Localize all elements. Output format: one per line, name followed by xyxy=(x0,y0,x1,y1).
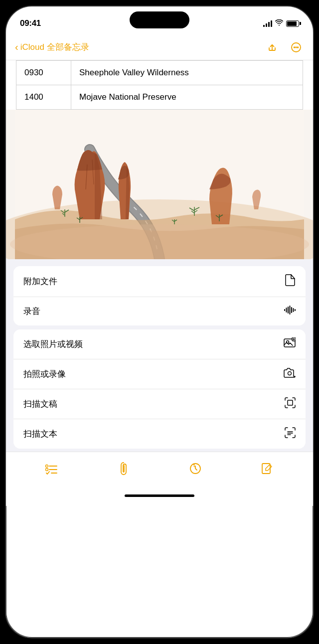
svg-point-43 xyxy=(46,468,48,471)
audio-record-label: 录音 xyxy=(23,306,40,317)
back-button[interactable]: ‹ iCloud 全部备忘录 xyxy=(15,41,89,53)
phone-frame: 09:41 ‹ i xyxy=(5,5,314,639)
svg-rect-32 xyxy=(293,308,294,312)
more-button[interactable] xyxy=(288,39,304,55)
home-indicator-area xyxy=(6,492,313,506)
attach-button[interactable] xyxy=(113,458,135,480)
svg-point-42 xyxy=(46,465,48,467)
file-icon xyxy=(285,274,296,289)
back-label: iCloud 全部备忘录 xyxy=(20,41,89,53)
signal-icon xyxy=(263,20,272,27)
scan-text-button[interactable]: 扫描文本 xyxy=(13,419,306,449)
audio-record-button[interactable]: 录音 xyxy=(13,297,306,325)
svg-rect-28 xyxy=(286,308,287,313)
take-photo-button[interactable]: 拍照或录像 xyxy=(13,359,306,389)
battery-icon xyxy=(286,20,299,27)
share-button[interactable] xyxy=(264,39,280,55)
time-cell: 0930 xyxy=(16,61,71,85)
svg-point-3 xyxy=(298,47,299,48)
status-bar: 09:41 xyxy=(6,6,313,34)
pick-photo-button[interactable]: 选取照片或视频 xyxy=(13,329,306,359)
dynamic-island xyxy=(130,11,189,28)
svg-rect-29 xyxy=(288,307,289,314)
menu-sheet: 附加文件 录音 xyxy=(6,259,313,452)
photo-icon xyxy=(284,337,296,351)
attach-file-button[interactable]: 附加文件 xyxy=(13,266,306,297)
bottom-toolbar xyxy=(6,452,313,492)
pen-button[interactable] xyxy=(184,458,206,480)
status-icons xyxy=(263,19,299,28)
menu-group-1: 附加文件 录音 xyxy=(13,266,306,325)
chevron-left-icon: ‹ xyxy=(15,41,18,53)
svg-rect-33 xyxy=(295,309,296,311)
attach-file-label: 附加文件 xyxy=(23,276,57,287)
scan-text-icon xyxy=(285,427,296,441)
table-row: 0930 Sheephole Valley Wilderness xyxy=(16,61,303,85)
wifi-icon xyxy=(275,19,283,28)
svg-rect-30 xyxy=(290,306,291,315)
menu-group-2: 选取照片或视频 拍照或录像 xyxy=(13,329,306,449)
home-indicator xyxy=(125,494,194,497)
nav-actions xyxy=(264,39,304,55)
nav-bar: ‹ iCloud 全部备忘录 xyxy=(6,34,313,60)
illustration-area xyxy=(6,110,313,259)
table-row: 1400 Mojave National Preserve xyxy=(16,85,303,110)
svg-rect-31 xyxy=(291,307,292,313)
time-cell: 1400 xyxy=(16,85,71,110)
scan-doc-label: 扫描文稿 xyxy=(23,398,57,410)
svg-point-1 xyxy=(294,47,295,48)
audio-icon xyxy=(284,305,296,318)
svg-point-2 xyxy=(296,47,297,48)
scan-doc-icon xyxy=(285,397,296,411)
svg-rect-38 xyxy=(288,400,293,405)
svg-rect-27 xyxy=(284,309,285,311)
status-time: 09:41 xyxy=(20,18,41,28)
scan-doc-button[interactable]: 扫描文稿 xyxy=(13,389,306,419)
pick-photo-label: 选取照片或视频 xyxy=(23,338,83,350)
list-button[interactable] xyxy=(41,458,63,480)
edit-button[interactable] xyxy=(256,458,278,480)
svg-point-37 xyxy=(288,372,292,375)
schedule-table: 0930 Sheephole Valley Wilderness 1400 Mo… xyxy=(16,60,303,110)
place-cell: Mojave National Preserve xyxy=(71,85,303,110)
scan-text-label: 扫描文本 xyxy=(23,428,57,440)
camera-icon xyxy=(284,367,296,381)
place-cell: Sheephole Valley Wilderness xyxy=(71,61,303,85)
table-container: 0930 Sheephole Valley Wilderness 1400 Mo… xyxy=(6,60,313,110)
take-photo-label: 拍照或录像 xyxy=(23,368,66,380)
